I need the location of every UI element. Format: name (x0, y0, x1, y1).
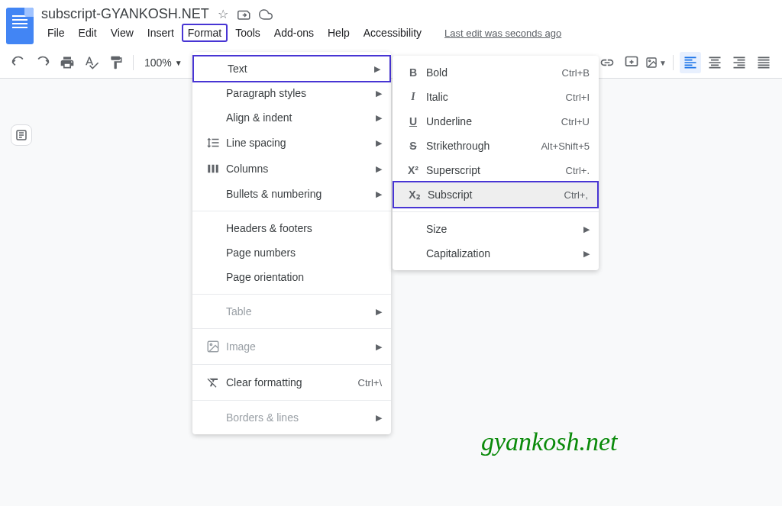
text-submenu: B Bold Ctrl+B I Italic Ctrl+I U Underlin… (393, 56, 599, 270)
menu-tools[interactable]: Tools (229, 24, 267, 42)
menu-addons[interactable]: Add-ons (268, 24, 320, 42)
toolbar: 100% ▼ ▼ (0, 47, 782, 79)
underline-icon: U (403, 115, 423, 127)
undo-button[interactable] (8, 52, 29, 73)
spellcheck-button[interactable] (81, 52, 102, 73)
menu-format[interactable]: Format (182, 24, 228, 42)
doc-title[interactable]: subscript-GYANKOSH.NET (41, 6, 209, 22)
comment-button[interactable] (621, 52, 642, 73)
arrow-right-icon: ▶ (376, 113, 382, 123)
arrow-right-icon: ▶ (376, 89, 382, 98)
arrow-right-icon: ▶ (374, 64, 380, 74)
menu-clear-formatting[interactable]: Clear formatting Ctrl+\ (192, 369, 391, 395)
clear-format-icon (203, 376, 223, 389)
arrow-right-icon: ▶ (376, 164, 382, 174)
svg-point-5 (210, 343, 212, 345)
document-canvas[interactable] (0, 79, 782, 506)
svg-point-2 (649, 60, 651, 62)
italic-icon: I (403, 91, 423, 103)
strikethrough-icon: S (403, 140, 423, 152)
columns-icon (203, 162, 223, 176)
arrow-right-icon: ▶ (376, 138, 382, 148)
menu-accessibility[interactable]: Accessibility (357, 24, 428, 42)
arrow-right-icon: ▶ (376, 342, 382, 352)
menu-image: Image ▶ (192, 334, 391, 360)
align-center-button[interactable] (704, 52, 725, 73)
image-button[interactable]: ▼ (645, 52, 667, 73)
menu-help[interactable]: Help (322, 24, 356, 42)
menu-columns[interactable]: Columns ▶ (192, 156, 391, 182)
menu-capitalization[interactable]: Capitalization ▶ (393, 241, 599, 266)
line-spacing-icon (203, 136, 223, 150)
menu-page-orientation[interactable]: Page orientation (192, 265, 391, 289)
menu-strikethrough[interactable]: S Strikethrough Alt+Shift+5 (393, 134, 599, 158)
bold-icon: B (403, 66, 423, 79)
subscript-icon: X₂ (405, 189, 425, 201)
arrow-right-icon: ▶ (583, 249, 590, 259)
format-dropdown: Text ▶ Paragraph styles ▶ Align & indent… (192, 52, 391, 434)
outline-button[interactable] (11, 124, 32, 146)
move-icon[interactable] (237, 7, 252, 22)
print-button[interactable] (57, 52, 78, 73)
menu-headers-footers[interactable]: Headers & footers (192, 216, 391, 240)
paint-format-button[interactable] (105, 52, 127, 73)
arrow-right-icon: ▶ (583, 224, 590, 234)
menu-size[interactable]: Size ▶ (393, 217, 599, 241)
arrow-right-icon: ▶ (376, 413, 382, 423)
cloud-icon[interactable] (258, 7, 273, 22)
align-right-button[interactable] (729, 52, 750, 73)
menu-bold[interactable]: B Bold Ctrl+B (393, 60, 599, 85)
image-icon (203, 340, 223, 353)
menu-insert[interactable]: Insert (141, 24, 180, 42)
arrow-right-icon: ▶ (376, 307, 382, 317)
last-edit-link[interactable]: Last edit was seconds ago (444, 27, 561, 39)
align-justify-button[interactable] (753, 52, 774, 73)
menu-underline[interactable]: U Underline Ctrl+U (393, 109, 599, 134)
superscript-icon: X² (403, 164, 423, 176)
menu-align-indent[interactable]: Align & indent ▶ (192, 105, 391, 130)
menu-italic[interactable]: I Italic Ctrl+I (393, 85, 599, 109)
redo-button[interactable] (32, 52, 53, 73)
zoom-dropdown[interactable]: 100% ▼ (140, 56, 187, 69)
menu-file[interactable]: File (41, 24, 71, 42)
watermark: gyankosh.net (481, 427, 617, 456)
menu-borders-lines: Borders & lines ▶ (192, 405, 391, 430)
menu-page-numbers[interactable]: Page numbers (192, 240, 391, 265)
star-icon[interactable]: ☆ (215, 7, 231, 22)
menu-paragraph-styles[interactable]: Paragraph styles ▶ (192, 81, 391, 105)
arrow-right-icon: ▶ (376, 189, 382, 199)
menu-edit[interactable]: Edit (73, 24, 103, 42)
menu-subscript[interactable]: X₂ Subscript Ctrl+, (393, 181, 599, 208)
docs-logo-icon[interactable] (6, 8, 34, 44)
menu-table: Table ▶ (192, 299, 391, 324)
menu-superscript[interactable]: X² Superscript Ctrl+. (393, 158, 599, 182)
menu-text[interactable]: Text ▶ (192, 55, 391, 82)
menu-line-spacing[interactable]: Line spacing ▶ (192, 130, 391, 156)
menu-bullets-numbering[interactable]: Bullets & numbering ▶ (192, 182, 391, 206)
link-button[interactable] (596, 52, 618, 73)
align-left-button[interactable] (680, 52, 701, 73)
menu-view[interactable]: View (105, 24, 140, 42)
